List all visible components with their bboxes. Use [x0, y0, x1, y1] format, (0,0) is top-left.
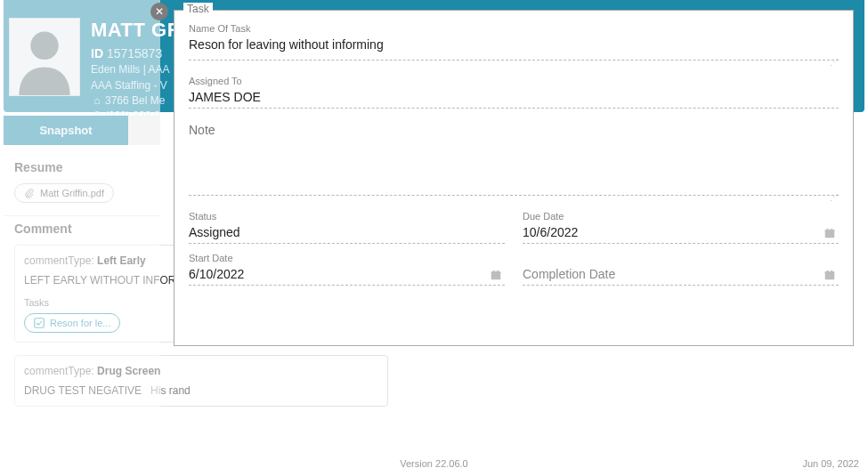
svg-point-0	[30, 32, 58, 60]
resume-file-name: Matt Griffin.pdf	[40, 188, 104, 198]
attachment-icon	[24, 188, 35, 198]
divider	[4, 215, 160, 216]
svg-rect-13	[831, 270, 833, 272]
comment-body: DRUG TEST NEGATIVE His rand	[24, 384, 378, 397]
svg-rect-4	[827, 229, 829, 230]
calendar-icon[interactable]	[824, 268, 835, 278]
svg-rect-3	[825, 230, 835, 231]
version-label: Version 22.06.0	[400, 458, 467, 469]
task-modal: Task Name Of Task ⋰ Assigned To ⋰ Status	[174, 10, 854, 346]
task-chip[interactable]: Reson for le...	[24, 313, 120, 333]
close-icon[interactable]: ✕	[150, 3, 168, 20]
status-label: Status	[189, 211, 505, 222]
svg-rect-7	[491, 271, 501, 273]
back-arrow[interactable]: ←	[5, 2, 21, 20]
note-input[interactable]	[189, 117, 839, 196]
checkbox-icon	[34, 318, 45, 328]
name-of-task-input[interactable]	[189, 36, 839, 61]
history-back[interactable]: ‹	[30, 2, 36, 20]
tab-snapshot[interactable]: Snapshot	[4, 116, 128, 145]
modal-legend: Task	[183, 3, 213, 15]
task-chip-label: Reson for le...	[50, 318, 110, 328]
svg-rect-11	[825, 271, 835, 273]
name-of-task-label: Name Of Task	[189, 23, 839, 34]
svg-rect-5	[831, 229, 833, 230]
resume-section-title: Resume	[14, 160, 150, 174]
footer-date: Jun 09, 2022	[802, 458, 859, 469]
assigned-to-input[interactable]	[189, 88, 839, 109]
calendar-icon[interactable]	[824, 226, 835, 237]
tab-bar: Snapshot	[4, 116, 160, 145]
home-icon: ⌂	[91, 93, 103, 109]
due-date-label: Due Date	[523, 211, 839, 222]
start-date-input[interactable]	[189, 265, 505, 286]
calendar-icon[interactable]	[491, 268, 501, 278]
svg-rect-9	[498, 270, 499, 272]
resume-file-chip[interactable]: Matt Griffin.pdf	[14, 183, 114, 203]
comment-card: commentType: Drug Screen DRUG TEST NEGAT…	[14, 355, 388, 407]
svg-rect-12	[827, 270, 829, 272]
due-date-input[interactable]	[523, 223, 839, 244]
history-forward[interactable]: ›	[45, 2, 50, 20]
assigned-to-label: Assigned To	[189, 76, 839, 86]
completion-date-input[interactable]	[523, 265, 839, 286]
svg-rect-8	[493, 270, 495, 272]
svg-rect-1	[35, 319, 45, 328]
comment-type: commentType: Drug Screen	[24, 365, 378, 377]
start-date-label: Start Date	[189, 253, 505, 263]
avatar	[9, 18, 80, 96]
footer: Version 22.06.0 Jun 09, 2022	[0, 455, 868, 472]
comment-section-title: Comment	[14, 222, 150, 236]
status-input[interactable]	[189, 223, 505, 244]
